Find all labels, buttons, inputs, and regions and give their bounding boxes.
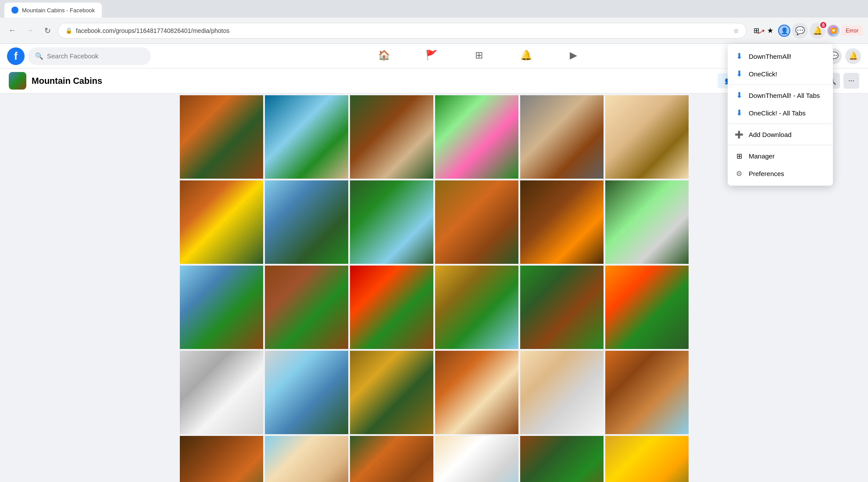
photo-cell[interactable] bbox=[350, 436, 433, 482]
photo-cell[interactable] bbox=[605, 351, 689, 434]
photo-cell[interactable] bbox=[265, 266, 348, 349]
dropdown-item-preferences[interactable]: ⚙ Preferences bbox=[728, 165, 833, 182]
add-download-icon: ➕ bbox=[735, 130, 743, 139]
nav-play[interactable]: ▶ bbox=[552, 46, 596, 67]
photo-grid bbox=[180, 95, 689, 482]
dropdown-item-oneclick-alltabs[interactable]: ⬇ OneClick! - All Tabs bbox=[728, 104, 833, 122]
group-name: Mountain Cabins bbox=[32, 76, 102, 86]
forward-button[interactable]: → bbox=[23, 24, 37, 38]
lock-icon: 🔒 bbox=[65, 27, 72, 34]
browser-profile-avatar[interactable]: 👤 bbox=[778, 25, 790, 37]
messenger-icon[interactable]: 💬 bbox=[792, 23, 808, 39]
gear-icon: ⚙ bbox=[735, 169, 743, 178]
dropdown-item-add-download[interactable]: ➕ Add Download bbox=[728, 126, 833, 143]
dropdown-item-oneclick[interactable]: ⬇ OneClick! bbox=[728, 65, 833, 83]
downthemall-dropdown: ⬇ DownThemAll! ⬇ OneClick! ⬇ DownThemAll… bbox=[728, 44, 833, 186]
photo-cell[interactable] bbox=[265, 95, 348, 179]
notification-badge: 8 bbox=[819, 21, 827, 29]
photo-cell[interactable] bbox=[435, 180, 518, 264]
photo-cell[interactable] bbox=[350, 266, 433, 349]
tab-bar: Mountain Cabins - Facebook bbox=[0, 0, 868, 18]
dropdown-item-downthemall[interactable]: ⬇ DownThemAll! bbox=[728, 47, 833, 65]
dropdown-item-manager[interactable]: ⊞ Manager bbox=[728, 147, 833, 165]
downthemall-icon: ⬇ bbox=[735, 52, 743, 61]
search-bar[interactable]: 🔍 bbox=[28, 47, 151, 65]
photo-cell[interactable] bbox=[180, 351, 263, 434]
photo-cell[interactable] bbox=[350, 180, 433, 264]
tab-title: Mountain Cabins - Facebook bbox=[22, 7, 95, 14]
nav-home[interactable]: 🏠 bbox=[362, 46, 406, 67]
nav-marketplace[interactable]: ⊞ bbox=[457, 46, 501, 67]
photo-cell[interactable] bbox=[350, 95, 433, 179]
photo-cell[interactable] bbox=[520, 351, 604, 434]
dropdown-divider-3 bbox=[728, 145, 833, 145]
photo-cell[interactable] bbox=[520, 266, 604, 349]
facebook-logo[interactable]: f bbox=[7, 47, 25, 65]
photo-cell[interactable] bbox=[520, 95, 604, 179]
photo-cell[interactable] bbox=[520, 180, 604, 264]
active-tab[interactable]: Mountain Cabins - Facebook bbox=[4, 3, 102, 18]
photo-cell[interactable] bbox=[265, 436, 348, 482]
nav-flag[interactable]: 🚩 bbox=[410, 46, 454, 67]
browser-chrome: Mountain Cabins - Facebook ← → ↻ 🔒 faceb… bbox=[0, 0, 868, 44]
downthemall-alltabs-icon: ⬇ bbox=[735, 91, 743, 100]
photo-cell[interactable] bbox=[435, 436, 518, 482]
photo-cell[interactable] bbox=[350, 351, 433, 434]
oneclick-icon: ⬇ bbox=[735, 69, 743, 78]
dropdown-divider-2 bbox=[728, 123, 833, 124]
search-input[interactable] bbox=[47, 52, 144, 60]
group-avatar bbox=[9, 72, 26, 90]
photo-cell[interactable] bbox=[520, 436, 604, 482]
photo-cell[interactable] bbox=[180, 95, 263, 179]
photo-cell[interactable] bbox=[435, 351, 518, 434]
reload-button[interactable]: ↻ bbox=[40, 24, 54, 38]
star-icon: ☆ bbox=[733, 27, 739, 34]
dropdown-divider-1 bbox=[728, 84, 833, 85]
downthemall-extension-icon[interactable]: 🔽 bbox=[827, 25, 839, 37]
photo-cell[interactable] bbox=[605, 95, 689, 179]
browser-toolbar: ← → ↻ 🔒 facebook.com/groups/116481774082… bbox=[0, 18, 868, 44]
address-bar[interactable]: 🔒 facebook.com/groups/1164817740826401/m… bbox=[58, 23, 747, 39]
photo-cell[interactable] bbox=[265, 351, 348, 434]
photo-cell[interactable] bbox=[180, 266, 263, 349]
oneclick-alltabs-icon: ⬇ bbox=[735, 108, 743, 117]
photo-cell[interactable] bbox=[435, 266, 518, 349]
error-button[interactable]: Error bbox=[841, 25, 863, 36]
tab-favicon bbox=[11, 7, 18, 14]
photo-cell[interactable] bbox=[605, 266, 689, 349]
notifications-container: 🔔 8 bbox=[810, 23, 825, 39]
more-options-button[interactable]: ··· bbox=[843, 73, 859, 89]
photo-cell[interactable] bbox=[180, 436, 263, 482]
url-text: facebook.com/groups/1164817740826401/med… bbox=[76, 27, 730, 34]
back-button[interactable]: ← bbox=[5, 24, 19, 38]
photo-cell[interactable] bbox=[435, 95, 518, 179]
photo-cell[interactable] bbox=[605, 180, 689, 264]
photo-cell[interactable] bbox=[605, 436, 689, 482]
search-icon: 🔍 bbox=[35, 52, 43, 60]
photo-cell[interactable] bbox=[265, 180, 348, 264]
nav-bell[interactable]: 🔔 bbox=[504, 46, 548, 67]
nav-notifications-icon[interactable]: 🔔 bbox=[845, 48, 861, 64]
dropdown-item-downthemall-alltabs[interactable]: ⬇ DownThemAll! - All Tabs bbox=[728, 86, 833, 104]
photo-cell[interactable] bbox=[180, 180, 263, 264]
manager-icon: ⊞ bbox=[735, 151, 743, 160]
fb-nav-center: 🏠 🚩 ⊞ 🔔 ▶ bbox=[151, 46, 807, 67]
